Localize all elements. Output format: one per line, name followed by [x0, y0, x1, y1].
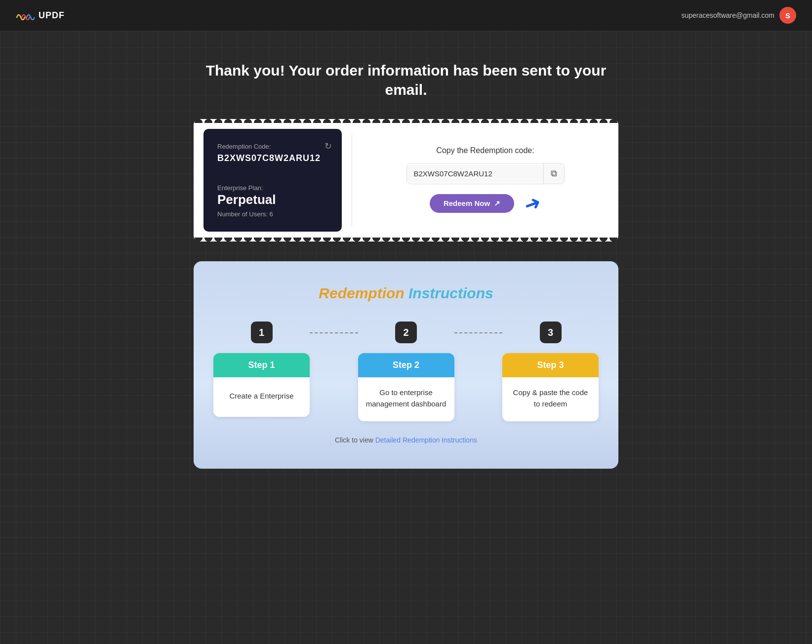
- redeem-now-button[interactable]: Redeem Now ↗: [430, 194, 514, 213]
- step-item-3: 3 Step 3 Copy & paste the code to redeem: [502, 322, 599, 421]
- step-item-2: 2 Step 2 Go to enterprise management das…: [358, 322, 454, 421]
- code-input-row: ⧉: [406, 163, 565, 184]
- step-body-1: Create a Enterprise: [213, 377, 310, 417]
- plan-prefix: Enterprise Plan:: [217, 184, 263, 192]
- coupon-divider: [352, 134, 352, 227]
- step-badge-2: 2: [395, 322, 417, 343]
- coupon-card: Redemption Code: B2XWS07C8W2ARU12 ↻ Ente…: [194, 119, 618, 242]
- step-badge-1: 1: [251, 322, 273, 343]
- step-body-3: Copy & paste the code to redeem: [502, 377, 599, 421]
- step-badge-3: 3: [540, 322, 562, 343]
- redemption-code-display: B2XWS07C8W2ARU12: [217, 153, 326, 163]
- footer-text: Click to view: [335, 436, 373, 444]
- logo-area: UPDF: [16, 10, 65, 21]
- redeem-row: Redeem Now ↗ ➜: [430, 192, 541, 215]
- logo-text: UPDF: [39, 10, 65, 21]
- copy-section-label: Copy the Redemption code:: [436, 146, 534, 155]
- instructions-section: Redemption Instructions 1 Step 1 Create …: [194, 261, 618, 469]
- coupon-inner: Redemption Code: B2XWS07C8W2ARU12 ↻ Ente…: [203, 129, 609, 232]
- code-input[interactable]: [407, 164, 543, 183]
- instructions-title: Redemption Instructions: [213, 285, 599, 302]
- connector-2-3: [454, 332, 503, 333]
- connector-1-2: [310, 332, 358, 333]
- step-card-2: Step 2 Go to enterprise management dashb…: [358, 353, 454, 421]
- avatar[interactable]: S: [779, 7, 796, 24]
- step-card-3: Step 3 Copy & paste the code to redeem: [502, 353, 599, 421]
- plan-name: Perpetual: [217, 192, 326, 207]
- main-content: Thank you! Your order information has be…: [184, 31, 628, 488]
- title-word1: Redemption: [319, 285, 404, 301]
- header: UPDF superacesoftware@gmail.com S: [0, 0, 812, 31]
- title-word2: Instructions: [408, 285, 493, 301]
- copy-icon-button[interactable]: ⧉: [543, 163, 564, 184]
- coupon-right-panel: Copy the Redemption code: ⧉ Redeem Now ↗…: [362, 129, 609, 232]
- coupon-bottom-info: Enterprise Plan: Perpetual Number of Use…: [217, 183, 326, 218]
- logo-waves: [16, 10, 35, 20]
- step-card-1: Step 1 Create a Enterprise: [213, 353, 310, 417]
- header-email: superacesoftware@gmail.com: [681, 11, 774, 19]
- step-body-2: Go to enterprise management dashboard: [358, 377, 454, 421]
- page-title: Thank you! Your order information has be…: [194, 61, 618, 99]
- coupon-left-panel: Redemption Code: B2XWS07C8W2ARU12 ↻ Ente…: [203, 129, 342, 232]
- users-info: Number of Users: 6: [217, 210, 326, 218]
- step-header-1: Step 1: [213, 353, 310, 377]
- external-link-icon: ↗: [494, 199, 500, 208]
- arrow-decoration: ➜: [521, 190, 544, 217]
- footer-link-row: Click to view Detailed Redemption Instru…: [213, 436, 599, 444]
- detailed-instructions-link[interactable]: Detailed Redemption Instructions: [375, 436, 477, 444]
- refresh-icon[interactable]: ↻: [325, 141, 332, 152]
- step-header-3: Step 3: [502, 353, 599, 377]
- step-item-1: 1 Step 1 Create a Enterprise: [213, 322, 310, 417]
- redemption-label: Redemption Code:: [217, 143, 326, 150]
- step-header-2: Step 2: [358, 353, 454, 377]
- header-right: superacesoftware@gmail.com S: [681, 7, 796, 24]
- steps-container: 1 Step 1 Create a Enterprise 2 Step 2 Go…: [213, 322, 599, 421]
